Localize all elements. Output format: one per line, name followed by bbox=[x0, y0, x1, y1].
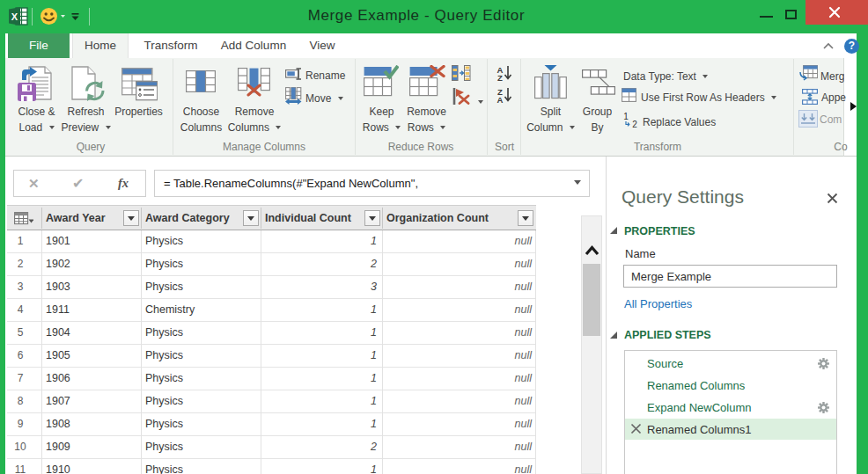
svg-text:1: 1 bbox=[623, 112, 629, 121]
svg-text:2: 2 bbox=[632, 120, 637, 128]
svg-text:A: A bbox=[497, 95, 504, 104]
svg-text:Z: Z bbox=[497, 73, 503, 82]
